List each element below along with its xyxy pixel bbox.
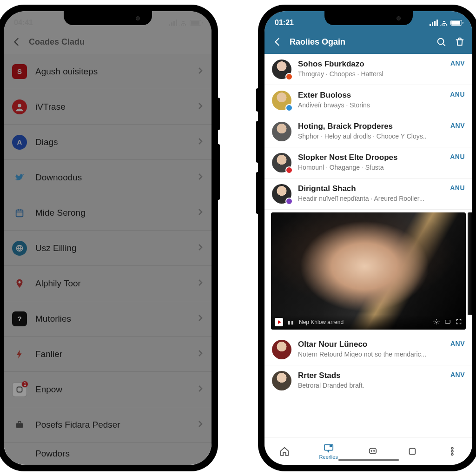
action-label[interactable]: ANV <box>450 340 465 347</box>
video-thumbnail[interactable]: ▮▮ Nep Khlow arrend <box>271 212 466 330</box>
list-item[interactable]: 1 Enpow <box>4 372 212 407</box>
list-item-label: Usz Eilling <box>35 243 189 253</box>
cellular-signal-icon <box>430 20 438 26</box>
svg-point-0 <box>18 104 21 107</box>
feed-item-sub: Throgray · Choopes · Hattersl <box>298 70 444 78</box>
feed-list[interactable]: Sohos Fburkdazo Throgray · Choopes · Hat… <box>264 54 472 437</box>
tab-home[interactable] <box>279 446 290 456</box>
tab-square[interactable] <box>407 446 417 456</box>
video-caption: Nep Khlow arrend <box>299 319 429 325</box>
fullscreen-icon[interactable] <box>456 318 462 326</box>
list-item[interactable]: Alphily Toor <box>4 266 212 301</box>
avatar <box>272 340 291 359</box>
person-badge-icon <box>12 99 27 114</box>
list-item-label: Agush ouisiteps <box>35 66 189 77</box>
search-icon[interactable] <box>435 36 447 48</box>
letter-a-icon: A <box>12 135 27 150</box>
tab-messages[interactable] <box>368 446 378 456</box>
action-label[interactable]: ANU <box>450 91 465 98</box>
svg-point-9 <box>330 444 332 447</box>
list-item-label: Alphily Toor <box>35 278 189 289</box>
list-item[interactable]: Mide Serong <box>4 195 212 231</box>
feed-item-name: Rrter Stads <box>298 371 444 380</box>
dots-vertical-icon <box>447 446 457 456</box>
list-item[interactable]: iVTrase <box>4 89 212 125</box>
cc-icon[interactable] <box>444 318 451 326</box>
notch <box>64 11 152 25</box>
svg-point-15 <box>451 450 453 452</box>
presence-badge-icon <box>285 198 293 205</box>
action-label[interactable]: ANV <box>450 371 465 378</box>
chevron-right-icon <box>198 279 203 288</box>
list-item[interactable]: Posefs Fidara Pedser <box>4 407 212 443</box>
svg-rect-8 <box>445 320 450 323</box>
svg-point-7 <box>436 321 437 323</box>
svg-rect-1 <box>16 210 23 217</box>
feed-item[interactable]: Rrter Stads Betroral Dranded braft. ANV <box>264 365 472 396</box>
next-video-peek[interactable] <box>468 212 472 315</box>
avatar <box>272 122 291 141</box>
page-title: Raolies Ogain <box>290 37 429 47</box>
list-item-label: Diags <box>35 137 189 147</box>
action-label[interactable]: ANV <box>450 122 465 129</box>
feed-item[interactable]: Dirigntal Shach Headir nuïvelī nepdïanta… <box>264 178 472 210</box>
list-item-label: Powdors <box>35 449 203 459</box>
phone-frame-right: 01:21 Raolies Ogain Sohos Fb <box>258 5 476 471</box>
pause-bars-icon: ▮▮ <box>288 320 294 325</box>
list-item[interactable]: Downoodus <box>4 160 212 195</box>
chevron-right-icon <box>198 421 203 429</box>
briefcase-icon <box>12 417 27 432</box>
cellular-signal-icon <box>169 20 177 26</box>
list-item[interactable]: S Agush ouisiteps <box>4 54 212 89</box>
map-pin-icon <box>12 276 27 291</box>
svg-point-11 <box>371 450 372 451</box>
notification-badge: 1 <box>21 381 28 388</box>
feed-item[interactable]: Slopker Nost Elte Droopes Homounl · Ohag… <box>264 147 472 178</box>
feed-item-name: Exter Buoloss <box>298 91 443 100</box>
feed-item-sub: Andiveír brways · Storins <box>298 101 443 109</box>
feed-item-sub: Homounl · Ohagange · Sfusta <box>298 164 443 171</box>
action-label[interactable]: ANU <box>450 153 465 160</box>
feed-item[interactable]: Exter Buoloss Andiveír brways · Storins … <box>264 85 472 116</box>
chevron-right-icon <box>198 67 203 76</box>
settings-gear-icon[interactable] <box>433 318 440 326</box>
feed-item-name: Sohos Fburkdazo <box>298 60 444 69</box>
feed-item-sub: Notern Retourd Miqeo not so the mendaric… <box>298 350 444 358</box>
video-controls: ▮▮ Nep Khlow arrend <box>271 315 466 330</box>
list-item-label: Posefs Fidara Pedser <box>35 420 189 430</box>
tab-more[interactable] <box>447 446 457 456</box>
trash-icon[interactable] <box>454 36 466 48</box>
screen-left: 04:41 Coades Cladu S Agush ouisiteps <box>4 11 212 465</box>
chevron-right-icon <box>198 350 203 358</box>
feed-item[interactable]: Sohos Fburkdazo Throgray · Choopes · Hat… <box>264 54 472 85</box>
list-item[interactable]: Usz Eilling <box>4 231 212 266</box>
list-item-label: Mide Serong <box>35 208 189 218</box>
list-item[interactable]: ? Mutorlies <box>4 301 212 337</box>
screen-right: 01:21 Raolies Ogain Sohos Fb <box>264 11 472 465</box>
svg-point-16 <box>451 453 453 455</box>
feed-item-name: Dirigntal Shach <box>298 184 443 193</box>
video-card[interactable]: ▮▮ Nep Khlow arrend <box>271 212 466 330</box>
feed-item[interactable]: Hoting, Braick Propderes Shphor · Heloy … <box>264 116 472 147</box>
chevron-right-icon <box>198 244 203 252</box>
globe-ring-icon <box>12 241 27 256</box>
svg-point-3 <box>19 281 21 283</box>
list-item[interactable]: Fanlier <box>4 337 212 372</box>
home-indicator[interactable] <box>264 457 472 465</box>
list-item-label: Mutorlies <box>35 314 189 324</box>
list-item[interactable]: A Diags <box>4 125 212 160</box>
nav-bar: Coades Cladu <box>4 32 212 54</box>
list-item-label: iVTrase <box>35 102 189 112</box>
list-item[interactable]: Powdors <box>4 443 212 465</box>
play-icon[interactable] <box>275 318 283 326</box>
action-label[interactable]: ANV <box>450 60 465 67</box>
feed-item[interactable]: Oltar Nour Lŭneco Notern Retourd Miqeo n… <box>264 334 472 365</box>
back-icon[interactable] <box>10 36 22 48</box>
chevron-right-icon <box>198 103 203 111</box>
back-icon[interactable] <box>271 36 283 48</box>
feed-item-name: Slopker Nost Elte Droopes <box>298 153 443 162</box>
settings-list[interactable]: S Agush ouisiteps iVTrase A Diags <box>4 54 212 465</box>
nav-bar: Raolies Ogain <box>264 32 472 54</box>
svg-rect-13 <box>410 448 416 454</box>
action-label[interactable]: ANU <box>450 184 465 192</box>
